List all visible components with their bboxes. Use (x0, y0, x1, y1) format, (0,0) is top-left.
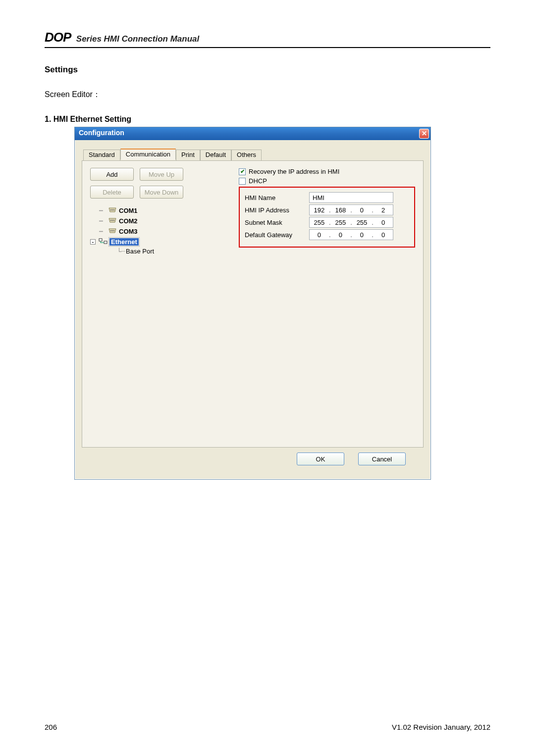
dialog-titlebar: Configuration ✕ (75, 127, 430, 140)
ip-octet[interactable]: 192 (312, 206, 326, 214)
serial-port-icon (108, 206, 117, 215)
page-header: DOP Series HMI Connection Manual (45, 30, 490, 48)
svg-point-6 (110, 230, 111, 231)
tree-base-port[interactable]: └┈ Base Port (117, 247, 194, 255)
recovery-checkbox-row[interactable]: ✔ Recovery the IP address in HMI (239, 168, 415, 175)
hmi-name-input[interactable] (309, 192, 393, 203)
svg-rect-10 (104, 241, 107, 244)
ip-octet[interactable]: 0 (354, 206, 369, 214)
connection-tree: ┈ COM1 ┈ COM2 (90, 205, 194, 255)
page-number: 206 (45, 723, 57, 731)
configuration-dialog: Configuration ✕ Standard Communication P… (74, 127, 431, 480)
tree-base-port-label: Base Port (126, 248, 154, 255)
ok-button[interactable]: OK (297, 453, 344, 465)
recovery-label: Recovery the IP address in HMI (249, 168, 339, 175)
brand-logo: DOP (45, 30, 71, 45)
gateway-input[interactable]: 0. 0. 0. 0 (309, 229, 393, 240)
settings-heading: Settings (45, 65, 490, 75)
tree-com3[interactable]: ┈ COM3 (99, 226, 194, 237)
ip-octet[interactable]: 168 (333, 206, 348, 214)
dhcp-checkbox[interactable] (239, 178, 246, 185)
svg-rect-9 (99, 239, 102, 241)
svg-point-0 (110, 209, 111, 210)
move-down-button[interactable]: Move Down (140, 186, 183, 199)
tree-com1-label: COM1 (119, 207, 138, 214)
subnet-mask-label: Subnet Mask (245, 219, 309, 226)
ip-octet[interactable]: 0 (354, 231, 369, 239)
check-icon: ✔ (240, 168, 245, 175)
subnet-mask-input[interactable]: 255. 255. 255. 0 (309, 217, 393, 228)
hmi-name-label: HMI Name (245, 194, 309, 202)
tabs-row: Standard Communication Print Default Oth… (83, 149, 425, 160)
tree-ethernet[interactable]: - Ethernet (90, 237, 194, 247)
list-item-1: 1. HMI Ethernet Setting (45, 115, 490, 124)
dhcp-label: DHCP (249, 177, 267, 185)
gateway-label: Default Gateway (245, 231, 309, 239)
tree-com3-label: COM3 (119, 228, 138, 235)
ip-octet[interactable]: 2 (376, 206, 391, 214)
tree-line-icon: ┈ (99, 228, 106, 235)
tab-print[interactable]: Print (176, 150, 200, 161)
svg-point-1 (112, 209, 113, 210)
network-settings-frame: HMI Name HMI IP Address 192. 168. 0. 2 (239, 187, 415, 248)
tree-com2[interactable]: ┈ COM2 (99, 216, 194, 226)
tab-panel: Add Move Up Delete Move Down ┈ (82, 160, 424, 448)
tab-default[interactable]: Default (200, 150, 231, 161)
svg-point-2 (113, 209, 114, 210)
tree-com2-label: COM2 (119, 217, 138, 225)
close-button[interactable]: ✕ (419, 129, 429, 139)
expand-icon[interactable]: - (90, 239, 96, 245)
ethernet-icon (99, 237, 107, 247)
delete-button[interactable]: Delete (90, 186, 134, 199)
tree-com1[interactable]: ┈ COM1 (99, 205, 194, 216)
ip-octet[interactable]: 0 (333, 231, 348, 239)
svg-point-7 (112, 230, 113, 231)
svg-point-8 (113, 230, 114, 231)
tab-communication[interactable]: Communication (120, 149, 176, 160)
hmi-ip-label: HMI IP Address (245, 206, 309, 214)
svg-point-4 (112, 220, 113, 221)
serial-port-icon (108, 216, 117, 226)
move-up-button[interactable]: Move Up (140, 168, 183, 181)
ip-octet[interactable]: 0 (312, 231, 326, 239)
dialog-title: Configuration (79, 129, 124, 137)
dhcp-checkbox-row[interactable]: DHCP (239, 177, 415, 185)
ip-octet[interactable]: 255 (312, 219, 326, 226)
close-icon: ✕ (422, 130, 427, 137)
ip-octet[interactable]: 255 (354, 219, 369, 226)
recovery-checkbox[interactable]: ✔ (239, 168, 246, 175)
tab-standard[interactable]: Standard (83, 150, 120, 161)
screen-editor-label: Screen Editor： (45, 90, 490, 100)
ip-octet[interactable]: 0 (376, 219, 391, 226)
ip-octet[interactable]: 255 (333, 219, 348, 226)
svg-point-5 (113, 220, 114, 221)
footer-version: V1.02 Revision January, 2012 (392, 723, 490, 731)
tree-line-icon: ┈ (99, 217, 106, 225)
add-button[interactable]: Add (90, 168, 134, 181)
page-footer: 206 V1.02 Revision January, 2012 (45, 723, 490, 731)
brand-subtitle: Series HMI Connection Manual (76, 34, 199, 44)
tree-ethernet-label: Ethernet (109, 238, 139, 246)
tab-others[interactable]: Others (231, 150, 262, 161)
cancel-button[interactable]: Cancel (358, 453, 406, 465)
ip-octet[interactable]: 0 (376, 231, 391, 239)
tree-line-icon: └┈ (117, 248, 124, 255)
tree-line-icon: ┈ (99, 207, 106, 214)
hmi-ip-input[interactable]: 192. 168. 0. 2 (309, 204, 393, 215)
svg-point-3 (110, 220, 111, 221)
serial-port-icon (108, 227, 117, 236)
